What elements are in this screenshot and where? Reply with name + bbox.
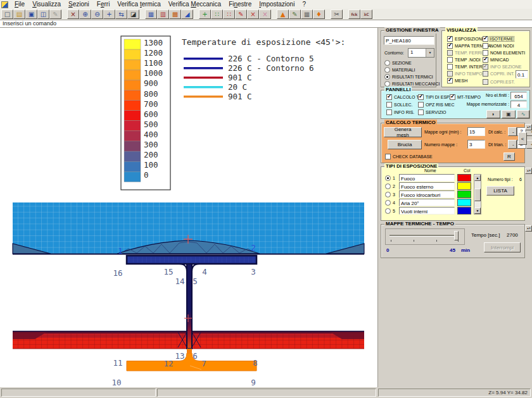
exposure-color-swatch[interactable]	[457, 182, 471, 190]
check-copri-int[interactable]: COPRI. INT.	[483, 71, 515, 77]
pan-icon[interactable]: +	[103, 9, 115, 19]
r-button[interactable]: R	[504, 152, 515, 161]
exposure-name-input[interactable]: Fuoco	[399, 174, 455, 182]
save-workspace-icon[interactable]: ◫	[37, 9, 49, 19]
check-mesh[interactable]: MESH	[447, 78, 467, 84]
check-servizio[interactable]: SERVIZIO	[418, 109, 446, 115]
genera-mesh-button[interactable]: Genera mesh	[384, 127, 422, 137]
exposure-name-input[interactable]: Fuoco idrocarburi	[399, 190, 455, 198]
node-edit-icon[interactable]: ∷	[223, 9, 235, 19]
check-info-tempo[interactable]: INFO TEMPO	[447, 71, 482, 77]
check-mt-tempo[interactable]: MT-TEMPO	[450, 94, 481, 100]
window-name-input[interactable]: P_HEA180	[384, 36, 434, 45]
check-nomi-elementi[interactable]: NOMI ELEMENTI	[483, 50, 525, 56]
interrompi-button[interactable]: Interrompi	[484, 242, 521, 252]
thermal-map-icon[interactable]: ▩	[169, 9, 181, 19]
draw-icon[interactable]: ✎	[235, 9, 247, 19]
radio-sezione[interactable]: SEZIONE	[384, 60, 412, 66]
camera-icon[interactable]: ▣	[502, 110, 516, 118]
chart-icon[interactable]: ∿	[517, 110, 529, 118]
check-esposizione[interactable]: ESPOSIZIONE	[447, 36, 484, 42]
zoom-in-icon[interactable]: ⊕	[79, 9, 91, 19]
exposure-row[interactable]: 3	[385, 192, 395, 197]
collapse-calcolo-icon[interactable]: ▲▼	[525, 124, 532, 130]
menu-impostazioni[interactable]: Impostazioni	[255, 0, 298, 9]
temp-map-icon[interactable]: ▥	[157, 9, 169, 19]
lista-button[interactable]: LISTA	[486, 186, 514, 196]
zoom-window-icon[interactable]: ×	[67, 9, 79, 19]
flame-icon[interactable]: ♦	[313, 9, 325, 19]
exposure-color-swatch[interactable]	[457, 174, 471, 182]
save-icon[interactable]: ▣	[25, 9, 37, 19]
erase-icon[interactable]: ×	[259, 9, 271, 19]
check-minicad[interactable]: MINICAD	[483, 57, 509, 63]
fire-calc-icon[interactable]: ▲	[277, 9, 289, 19]
menu-visualizza[interactable]: Visualizza	[28, 0, 65, 9]
dt-calc-minus-button[interactable]: -	[508, 127, 517, 136]
table-icon[interactable]: ▦	[301, 9, 313, 19]
scroll-thumb[interactable]	[474, 189, 481, 201]
check-info-ris[interactable]: INFO RIS.	[386, 109, 414, 115]
check-sollec[interactable]: SOLLEC.	[386, 102, 413, 108]
menu-verifica-termica[interactable]: Verifica termica	[113, 0, 164, 9]
radio-materiali[interactable]: MATERIALI	[384, 67, 415, 73]
exposure-row[interactable]: 2	[385, 183, 395, 189]
cut-section-icon[interactable]: ✂	[331, 9, 343, 19]
scroll-up-icon[interactable]: ▲	[474, 175, 481, 181]
menu-sezioni[interactable]: Sezioni	[65, 0, 93, 9]
check-tipi-di-esp[interactable]: TIPI DI ESP.	[418, 94, 450, 100]
brush-icon[interactable]: ◗	[486, 110, 500, 118]
shade-icon[interactable]: ◪	[127, 9, 139, 19]
contorno-dropdown[interactable]: 1 ▼	[408, 48, 434, 58]
add-points-icon[interactable]: ∷	[211, 9, 223, 19]
chevron-down-icon[interactable]: ▼	[426, 49, 434, 57]
edit-icon[interactable]: ✎	[49, 9, 61, 19]
menu-help[interactable]: ?	[298, 0, 310, 9]
mappe-ogni-input[interactable]: 15	[467, 127, 485, 136]
collapse-mappe-icon[interactable]: ▲▼	[525, 225, 532, 232]
collapse-left-button[interactable]: <	[518, 132, 527, 145]
copri-int-input[interactable]: 0.1	[516, 70, 528, 78]
check-calcolo-t[interactable]: CALCOLO T.	[386, 94, 420, 100]
lambda-icon[interactable]: λC	[360, 9, 372, 19]
check-copri-est[interactable]: COPRI.EST.	[483, 79, 515, 85]
check-isoterme[interactable]: ISOTERME	[483, 36, 514, 42]
select-arrow-icon[interactable]: ◢	[181, 9, 193, 19]
fck-fyk-icon[interactable]: fck	[348, 9, 360, 19]
check-info-sezione[interactable]: INFO SEZIONE	[483, 64, 521, 70]
zoom-out-icon[interactable]: ⊖	[91, 9, 103, 19]
exposure-color-swatch[interactable]	[457, 207, 471, 215]
scroll-down-icon[interactable]: ▼	[474, 208, 481, 214]
check-opz-ris-mec[interactable]: OPZ RIS MEC	[418, 102, 455, 108]
menu-file[interactable]: File	[11, 0, 28, 9]
slider-handle[interactable]	[454, 231, 459, 240]
exposure-color-swatch[interactable]	[457, 199, 471, 206]
radio-risultati-termici[interactable]: RISULTATI TERMICI	[384, 74, 433, 80]
dt-trian-minus-button[interactable]: -	[508, 140, 517, 149]
check-database[interactable]: CHECK DATABASE	[385, 154, 433, 159]
check-temp-ferri[interactable]: TEMP. FERRI	[447, 50, 482, 56]
exposure-name-input[interactable]: Aria 20°	[399, 199, 455, 206]
exposure-row[interactable]: 5	[385, 208, 395, 214]
menu-ferri[interactable]: Ferri	[93, 0, 114, 9]
check-temp-nodi[interactable]: TEMP .NODI	[447, 57, 481, 63]
menu-finestre[interactable]: Finestre	[225, 0, 255, 9]
exposure-color-swatch[interactable]	[457, 190, 471, 198]
exposure-row[interactable]: 4	[385, 200, 395, 206]
numero-mappe-input[interactable]: 3	[467, 140, 485, 149]
exposure-name-input[interactable]: Vuoti interni	[399, 207, 455, 215]
time-slider[interactable]	[385, 228, 465, 245]
mesh-view-icon[interactable]: ▦	[145, 9, 157, 19]
delete-icon[interactable]: ×	[247, 9, 259, 19]
menu-verifica-meccanica[interactable]: Verifica Meccanica	[165, 0, 225, 9]
collapse-tipi-icon[interactable]: ▲▼	[525, 168, 532, 174]
check-nomi-nodi[interactable]: NOMI NODI	[483, 43, 514, 49]
exposure-name-input[interactable]: Fuoco esterno	[399, 182, 455, 190]
new-file-icon[interactable]: □	[1, 9, 13, 19]
regen-icon[interactable]: ⇆	[115, 9, 127, 19]
exposure-scrollbar[interactable]: ▲ ▼	[474, 174, 481, 215]
report-icon[interactable]: ✎	[289, 9, 301, 19]
add-exposure-icon[interactable]: +	[199, 9, 211, 19]
drawing-canvas[interactable]: 1 2 16 15 14 5 4 3 13 6 12 7 11 8 10 9	[0, 28, 377, 387]
brucia-button[interactable]: Brucia	[388, 140, 422, 149]
